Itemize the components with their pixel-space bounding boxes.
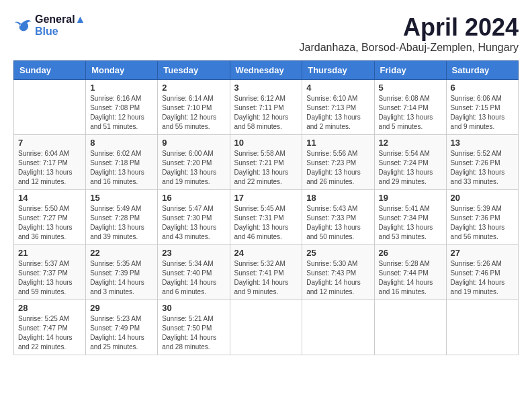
day-number: 19 xyxy=(379,193,442,203)
day-info: Sunrise: 6:16 AM Sunset: 7:08 PM Dayligh… xyxy=(90,94,153,132)
day-info: Sunrise: 5:28 AM Sunset: 7:44 PM Dayligh… xyxy=(379,259,442,297)
calendar-week-row: 1Sunrise: 6:16 AM Sunset: 7:08 PM Daylig… xyxy=(14,80,519,135)
calendar-cell: 29Sunrise: 5:23 AM Sunset: 7:49 PM Dayli… xyxy=(86,300,158,355)
calendar-header-thursday: Thursday xyxy=(302,61,374,80)
title-section: April 2024 Jardanhaza, Borsod-Abauj-Zemp… xyxy=(300,13,519,54)
day-info: Sunrise: 5:35 AM Sunset: 7:39 PM Dayligh… xyxy=(90,259,153,297)
calendar-cell: 1Sunrise: 6:16 AM Sunset: 7:08 PM Daylig… xyxy=(86,80,158,135)
day-number: 20 xyxy=(451,193,514,203)
calendar-week-row: 21Sunrise: 5:37 AM Sunset: 7:37 PM Dayli… xyxy=(14,245,519,300)
day-number: 27 xyxy=(451,248,514,258)
calendar-cell: 16Sunrise: 5:47 AM Sunset: 7:30 PM Dayli… xyxy=(158,190,230,245)
day-info: Sunrise: 6:04 AM Sunset: 7:17 PM Dayligh… xyxy=(18,149,81,187)
day-info: Sunrise: 5:25 AM Sunset: 7:47 PM Dayligh… xyxy=(18,314,81,352)
day-number: 8 xyxy=(90,138,153,148)
day-number: 22 xyxy=(90,248,153,258)
calendar-header-monday: Monday xyxy=(86,61,158,80)
logo-text: General▲ Blue xyxy=(35,13,85,38)
day-info: Sunrise: 5:47 AM Sunset: 7:30 PM Dayligh… xyxy=(162,204,225,242)
calendar-cell: 22Sunrise: 5:35 AM Sunset: 7:39 PM Dayli… xyxy=(86,245,158,300)
calendar-cell: 3Sunrise: 6:12 AM Sunset: 7:11 PM Daylig… xyxy=(230,80,302,135)
page-header: General▲ Blue April 2024 Jardanhaza, Bor… xyxy=(13,13,519,54)
day-info: Sunrise: 5:49 AM Sunset: 7:28 PM Dayligh… xyxy=(90,204,153,242)
day-number: 16 xyxy=(162,193,225,203)
calendar-header-tuesday: Tuesday xyxy=(158,61,230,80)
calendar-cell: 24Sunrise: 5:32 AM Sunset: 7:41 PM Dayli… xyxy=(230,245,302,300)
calendar-cell: 25Sunrise: 5:30 AM Sunset: 7:43 PM Dayli… xyxy=(302,245,374,300)
calendar-header-friday: Friday xyxy=(374,61,446,80)
day-number: 15 xyxy=(90,193,153,203)
calendar-cell: 20Sunrise: 5:39 AM Sunset: 7:36 PM Dayli… xyxy=(446,190,518,245)
day-number: 28 xyxy=(18,303,81,313)
day-info: Sunrise: 6:08 AM Sunset: 7:14 PM Dayligh… xyxy=(379,94,442,132)
day-info: Sunrise: 5:23 AM Sunset: 7:49 PM Dayligh… xyxy=(90,314,153,352)
calendar-cell: 26Sunrise: 5:28 AM Sunset: 7:44 PM Dayli… xyxy=(374,245,446,300)
day-number: 25 xyxy=(306,248,369,258)
calendar-cell xyxy=(14,80,86,135)
location-subtitle: Jardanhaza, Borsod-Abauj-Zemplen, Hungar… xyxy=(300,42,519,54)
calendar-cell: 14Sunrise: 5:50 AM Sunset: 7:27 PM Dayli… xyxy=(14,190,86,245)
calendar-cell xyxy=(302,300,374,355)
day-number: 30 xyxy=(162,303,225,313)
month-title: April 2024 xyxy=(300,13,519,42)
day-number: 7 xyxy=(18,138,81,148)
calendar-cell: 10Sunrise: 5:58 AM Sunset: 7:21 PM Dayli… xyxy=(230,135,302,190)
calendar-header-wednesday: Wednesday xyxy=(230,61,302,80)
calendar-cell xyxy=(446,300,518,355)
day-number: 12 xyxy=(379,138,442,148)
calendar-cell: 2Sunrise: 6:14 AM Sunset: 7:10 PM Daylig… xyxy=(158,80,230,135)
day-info: Sunrise: 6:10 AM Sunset: 7:13 PM Dayligh… xyxy=(306,94,369,132)
calendar-cell: 23Sunrise: 5:34 AM Sunset: 7:40 PM Dayli… xyxy=(158,245,230,300)
day-info: Sunrise: 5:50 AM Sunset: 7:27 PM Dayligh… xyxy=(18,204,81,242)
logo: General▲ Blue xyxy=(13,13,85,38)
calendar-header-sunday: Sunday xyxy=(14,61,86,80)
calendar-cell xyxy=(374,300,446,355)
day-number: 21 xyxy=(18,248,81,258)
calendar-cell: 4Sunrise: 6:10 AM Sunset: 7:13 PM Daylig… xyxy=(302,80,374,135)
day-info: Sunrise: 6:02 AM Sunset: 7:18 PM Dayligh… xyxy=(90,149,153,187)
calendar-week-row: 28Sunrise: 5:25 AM Sunset: 7:47 PM Dayli… xyxy=(14,300,519,355)
calendar-cell: 12Sunrise: 5:54 AM Sunset: 7:24 PM Dayli… xyxy=(374,135,446,190)
calendar-cell: 30Sunrise: 5:21 AM Sunset: 7:50 PM Dayli… xyxy=(158,300,230,355)
calendar-cell: 27Sunrise: 5:26 AM Sunset: 7:46 PM Dayli… xyxy=(446,245,518,300)
calendar-cell: 9Sunrise: 6:00 AM Sunset: 7:20 PM Daylig… xyxy=(158,135,230,190)
day-number: 6 xyxy=(451,83,514,93)
day-number: 23 xyxy=(162,248,225,258)
day-info: Sunrise: 6:14 AM Sunset: 7:10 PM Dayligh… xyxy=(162,94,225,132)
day-number: 10 xyxy=(234,138,298,148)
day-info: Sunrise: 5:34 AM Sunset: 7:40 PM Dayligh… xyxy=(162,259,225,297)
day-number: 14 xyxy=(18,193,81,203)
calendar-cell xyxy=(230,300,302,355)
calendar-cell: 6Sunrise: 6:06 AM Sunset: 7:15 PM Daylig… xyxy=(446,80,518,135)
day-info: Sunrise: 5:43 AM Sunset: 7:33 PM Dayligh… xyxy=(306,204,369,242)
logo-icon xyxy=(13,18,32,33)
day-number: 24 xyxy=(234,248,298,258)
calendar-header-row: SundayMondayTuesdayWednesdayThursdayFrid… xyxy=(14,61,519,80)
day-number: 1 xyxy=(90,83,153,93)
day-number: 26 xyxy=(379,248,442,258)
calendar-cell: 19Sunrise: 5:41 AM Sunset: 7:34 PM Dayli… xyxy=(374,190,446,245)
calendar-cell: 28Sunrise: 5:25 AM Sunset: 7:47 PM Dayli… xyxy=(14,300,86,355)
calendar-cell: 13Sunrise: 5:52 AM Sunset: 7:26 PM Dayli… xyxy=(446,135,518,190)
calendar-cell: 8Sunrise: 6:02 AM Sunset: 7:18 PM Daylig… xyxy=(86,135,158,190)
day-info: Sunrise: 5:26 AM Sunset: 7:46 PM Dayligh… xyxy=(451,259,514,297)
day-info: Sunrise: 6:00 AM Sunset: 7:20 PM Dayligh… xyxy=(162,149,225,187)
calendar-cell: 5Sunrise: 6:08 AM Sunset: 7:14 PM Daylig… xyxy=(374,80,446,135)
calendar-cell: 21Sunrise: 5:37 AM Sunset: 7:37 PM Dayli… xyxy=(14,245,86,300)
calendar-header-saturday: Saturday xyxy=(446,61,518,80)
calendar-cell: 11Sunrise: 5:56 AM Sunset: 7:23 PM Dayli… xyxy=(302,135,374,190)
day-info: Sunrise: 5:54 AM Sunset: 7:24 PM Dayligh… xyxy=(379,149,442,187)
calendar-cell: 15Sunrise: 5:49 AM Sunset: 7:28 PM Dayli… xyxy=(86,190,158,245)
day-info: Sunrise: 5:30 AM Sunset: 7:43 PM Dayligh… xyxy=(306,259,369,297)
day-number: 2 xyxy=(162,83,225,93)
calendar-cell: 7Sunrise: 6:04 AM Sunset: 7:17 PM Daylig… xyxy=(14,135,86,190)
day-info: Sunrise: 6:06 AM Sunset: 7:15 PM Dayligh… xyxy=(451,94,514,132)
day-number: 29 xyxy=(90,303,153,313)
day-info: Sunrise: 5:41 AM Sunset: 7:34 PM Dayligh… xyxy=(379,204,442,242)
day-number: 17 xyxy=(234,193,298,203)
day-info: Sunrise: 5:52 AM Sunset: 7:26 PM Dayligh… xyxy=(451,149,514,187)
day-info: Sunrise: 5:56 AM Sunset: 7:23 PM Dayligh… xyxy=(306,149,369,187)
day-info: Sunrise: 6:12 AM Sunset: 7:11 PM Dayligh… xyxy=(234,94,298,132)
day-info: Sunrise: 5:39 AM Sunset: 7:36 PM Dayligh… xyxy=(451,204,514,242)
day-info: Sunrise: 5:45 AM Sunset: 7:31 PM Dayligh… xyxy=(234,204,298,242)
